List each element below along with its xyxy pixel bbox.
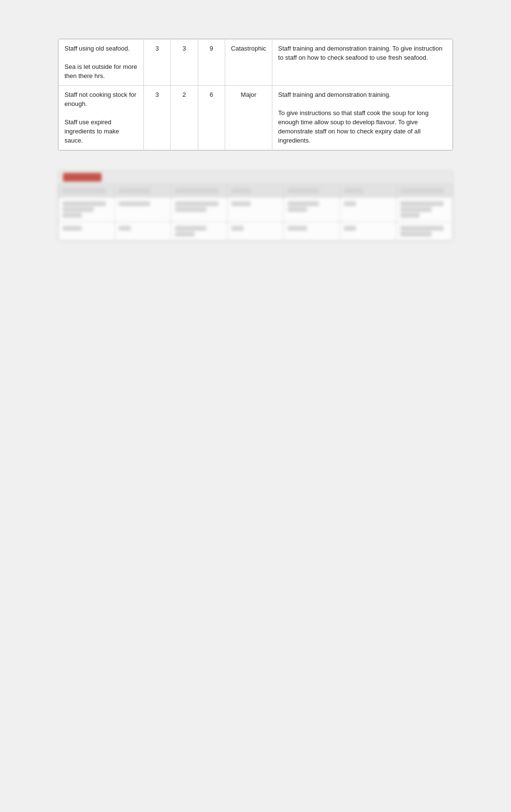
category-cell: Catastrophic: [225, 39, 272, 86]
blurred-td: [284, 222, 340, 241]
blurred-td: [59, 197, 115, 222]
blurred-th: [340, 184, 396, 197]
blurred-tab: [63, 173, 102, 182]
blurred-th: [171, 184, 228, 197]
blurred-td: [284, 197, 340, 222]
action-cell: Staff training and demonstration trainin…: [272, 39, 453, 86]
blurred-th: [228, 184, 284, 197]
blurred-row: [59, 197, 453, 222]
table-row: Staff using old seafood. Sea is let outs…: [59, 39, 453, 86]
blurred-section: [58, 170, 453, 241]
main-table-wrapper: Staff using old seafood. Sea is let outs…: [58, 39, 453, 151]
blurred-row: [59, 222, 453, 241]
blurred-td: [115, 197, 171, 222]
blurred-th: [115, 184, 171, 197]
blurred-th: [59, 184, 115, 197]
description-cell: Staff not cooking stock for enough. Staf…: [59, 86, 144, 150]
blurred-td: [340, 222, 396, 241]
num2-cell: 2: [171, 86, 198, 150]
blurred-td: [340, 197, 396, 222]
blurred-td: [115, 222, 171, 241]
risk-table: Staff using old seafood. Sea is let outs…: [58, 39, 453, 150]
blurred-th: [284, 184, 340, 197]
blurred-td: [171, 222, 228, 241]
num1-cell: 3: [143, 86, 170, 150]
blurred-header: [58, 170, 453, 184]
action-cell: Staff training and demonstration trainin…: [272, 86, 453, 150]
num3-cell: 9: [198, 39, 225, 86]
blurred-table: [58, 184, 453, 241]
blurred-td: [59, 222, 115, 241]
blurred-td: [396, 222, 453, 241]
blurred-td: [228, 222, 284, 241]
table-row: Staff not cooking stock for enough. Staf…: [59, 86, 453, 150]
blurred-td: [171, 197, 228, 222]
num2-cell: 3: [171, 39, 198, 86]
blurred-header-row: [59, 184, 453, 197]
category-cell: Major: [225, 86, 272, 150]
blurred-td: [396, 197, 453, 222]
blurred-th: [396, 184, 453, 197]
description-cell: Staff using old seafood. Sea is let outs…: [59, 39, 144, 86]
num3-cell: 6: [198, 86, 225, 150]
blurred-td: [228, 197, 284, 222]
num1-cell: 3: [143, 39, 170, 86]
